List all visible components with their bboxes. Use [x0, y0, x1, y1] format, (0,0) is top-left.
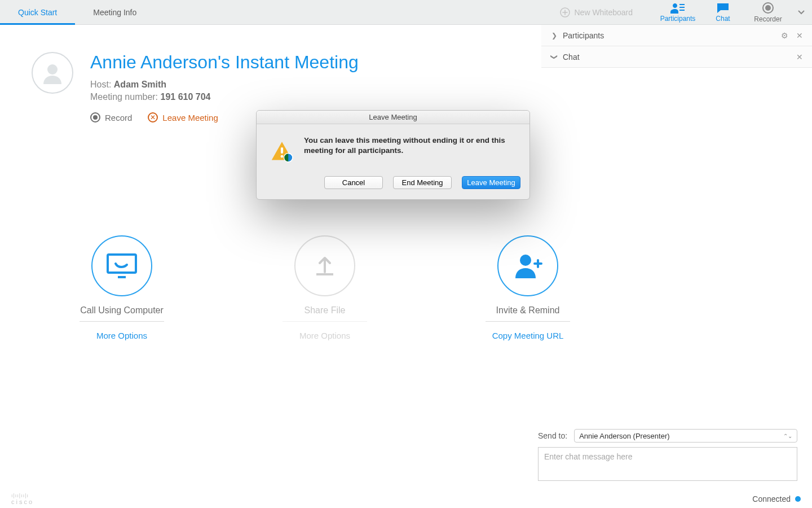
status-dot-icon	[795, 496, 801, 502]
svg-rect-11	[281, 147, 283, 154]
svg-point-6	[47, 64, 58, 75]
record-icon	[90, 112, 100, 122]
dialog-title: Leave Meeting	[257, 111, 529, 124]
meeting-host: Host: Adam Smith	[90, 80, 359, 90]
svg-rect-8	[118, 276, 126, 278]
copy-meeting-url-link[interactable]: Copy Meeting URL	[492, 331, 564, 340]
record-label: Record	[105, 113, 132, 122]
meeting-title: Annie Anderson's Instant Meeting	[90, 52, 359, 73]
share-label: Share File	[283, 305, 367, 322]
svg-rect-7	[108, 255, 136, 273]
chat-compose-area: Send to: Annie Anderson (Presenter) ⌃⌄	[538, 429, 797, 483]
recorder-panel-label: Recorder	[754, 15, 782, 23]
recorder-panel-button[interactable]: Recorder	[745, 0, 791, 24]
share-more-options-link: More Options	[299, 331, 350, 340]
svg-rect-3	[679, 10, 685, 11]
cancel-button[interactable]: Cancel	[324, 176, 383, 189]
invite-label: Invite & Remind	[486, 305, 570, 322]
call-label: Call Using Computer	[80, 305, 164, 322]
svg-rect-9	[316, 273, 333, 275]
svg-point-10	[520, 255, 531, 266]
select-arrows-icon: ⌃⌄	[783, 433, 792, 439]
chat-recipient-value: Annie Anderson (Presenter)	[579, 432, 669, 440]
connection-label: Connected	[752, 494, 791, 503]
leave-meeting-link[interactable]: ✕ Leave Meeting	[148, 112, 218, 122]
svg-point-5	[765, 5, 771, 11]
end-meeting-button[interactable]: End Meeting	[393, 176, 452, 189]
close-circle-icon: ✕	[148, 112, 158, 122]
call-more-options-link[interactable]: More Options	[96, 331, 147, 340]
leave-label: Leave Meeting	[162, 113, 218, 122]
tab-meeting-info[interactable]: Meeting Info	[75, 0, 155, 24]
chevron-down-icon	[797, 8, 805, 16]
chat-input[interactable]	[538, 447, 797, 481]
record-button[interactable]: Record	[90, 112, 132, 122]
participants-icon	[670, 2, 685, 14]
leave-meeting-button[interactable]: Leave Meeting	[462, 176, 520, 189]
share-file-tile: Share File More Options	[274, 235, 376, 340]
cisco-logo: ı|ıı|ıı|ı cisco	[11, 493, 34, 505]
plus-circle-icon	[560, 7, 570, 17]
chat-icon	[716, 2, 730, 14]
upload-icon	[312, 253, 338, 279]
footer: ı|ıı|ıı|ı cisco Connected	[0, 490, 812, 508]
add-person-icon	[512, 252, 544, 279]
call-using-computer-tile[interactable]: Call Using Computer More Options	[71, 235, 173, 340]
svg-rect-1	[679, 4, 685, 5]
meeting-number: Meeting number: 191 610 704	[90, 92, 359, 102]
leave-meeting-dialog: Leave Meeting You can leave this meeting…	[256, 110, 530, 200]
send-to-label: Send to:	[538, 431, 567, 440]
participants-panel-label: Participants	[660, 15, 696, 23]
chat-recipient-select[interactable]: Annie Anderson (Presenter) ⌃⌄	[574, 429, 797, 443]
monitor-phone-icon	[105, 251, 138, 281]
chat-panel-label: Chat	[716, 15, 730, 23]
new-whiteboard-label: New Whiteboard	[575, 8, 633, 17]
top-tab-bar: Quick Start Meeting Info New Whiteboard …	[0, 0, 812, 25]
warning-icon	[270, 135, 294, 167]
connection-status[interactable]: Connected	[752, 494, 801, 503]
panel-dropdown-toggle[interactable]	[791, 0, 812, 24]
person-icon	[40, 60, 65, 85]
chat-panel-button[interactable]: Chat	[700, 0, 745, 24]
new-whiteboard-button[interactable]: New Whiteboard	[560, 0, 656, 24]
recorder-icon	[762, 2, 774, 14]
invite-remind-tile[interactable]: Invite & Remind Copy Meeting URL	[477, 235, 579, 340]
tab-quick-start[interactable]: Quick Start	[0, 0, 75, 24]
participants-panel-button[interactable]: Participants	[655, 0, 700, 24]
avatar	[32, 52, 73, 94]
svg-rect-2	[679, 7, 685, 8]
svg-point-12	[281, 155, 284, 158]
dialog-message: You can leave this meeting without endin…	[304, 135, 516, 167]
